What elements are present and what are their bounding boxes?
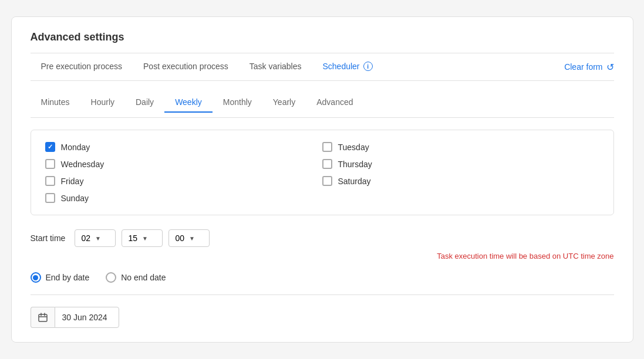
checkbox-friday[interactable]	[45, 176, 55, 186]
end-options: End by date No end date	[31, 272, 614, 283]
days-left-col: Monday Wednesday Friday Sunday	[45, 142, 322, 203]
days-right-col: Tuesday Thursday Saturday	[322, 142, 599, 203]
calendar-icon	[38, 313, 48, 322]
advanced-settings-card: Advanced settings Pre execution process …	[11, 16, 633, 343]
top-nav: Pre execution process Post execution pro…	[31, 53, 614, 81]
section-divider	[31, 294, 614, 295]
utc-notice: Task execution time will be based on UTC…	[31, 252, 614, 260]
hour-arrow-icon: ▼	[95, 235, 101, 242]
freq-tab-yearly[interactable]: Yearly	[262, 93, 306, 113]
start-time-row: Start time 02 ▼ 15 ▼ 00 ▼	[31, 229, 614, 247]
refresh-icon: ↺	[606, 62, 614, 73]
date-picker-row: 30 Jun 2024	[31, 307, 614, 328]
end-by-date-label: End by date	[46, 273, 90, 282]
checkbox-monday[interactable]	[45, 142, 55, 152]
freq-tab-advanced[interactable]: Advanced	[306, 93, 363, 113]
day-thursday[interactable]: Thursday	[322, 159, 599, 169]
label-wednesday: Wednesday	[61, 160, 104, 169]
label-tuesday: Tuesday	[338, 143, 369, 152]
end-by-date-option[interactable]: End by date	[31, 272, 90, 283]
freq-tab-monthly[interactable]: Monthly	[213, 93, 262, 113]
second-value: 00	[175, 233, 184, 243]
checkbox-sunday[interactable]	[45, 193, 55, 203]
radio-no-end-date[interactable]	[106, 272, 116, 283]
second-select[interactable]: 00 ▼	[168, 229, 210, 247]
freq-tab-daily[interactable]: Daily	[125, 93, 164, 113]
scheduler-label: Scheduler	[322, 62, 359, 71]
checkbox-wednesday[interactable]	[45, 159, 55, 169]
second-arrow-icon: ▼	[189, 235, 195, 242]
clear-form-label: Clear form	[564, 62, 602, 72]
day-tuesday[interactable]: Tuesday	[322, 142, 599, 152]
calendar-button[interactable]	[31, 307, 55, 328]
hour-select[interactable]: 02 ▼	[75, 229, 116, 247]
label-friday: Friday	[61, 177, 84, 186]
day-monday[interactable]: Monday	[45, 142, 322, 152]
checkbox-thursday[interactable]	[322, 159, 332, 169]
label-sunday: Sunday	[61, 194, 89, 203]
day-saturday[interactable]: Saturday	[322, 176, 599, 186]
no-end-date-label: No end date	[121, 273, 166, 282]
date-input[interactable]: 30 Jun 2024	[55, 307, 119, 328]
day-friday[interactable]: Friday	[45, 176, 322, 186]
clear-form-button[interactable]: Clear form ↺	[564, 57, 613, 77]
freq-tab-weekly[interactable]: Weekly	[164, 93, 213, 113]
freq-tab-minutes[interactable]: Minutes	[31, 93, 80, 113]
tab-pre-execution[interactable]: Pre execution process	[31, 53, 133, 80]
minute-value: 15	[128, 233, 137, 243]
days-panel: Monday Wednesday Friday Sunday Tuesday	[31, 130, 614, 215]
page-title: Advanced settings	[31, 31, 614, 43]
checkbox-saturday[interactable]	[322, 176, 332, 186]
tab-task-variables[interactable]: Task variables	[239, 53, 312, 80]
frequency-tabs: Minutes Hourly Daily Weekly Monthly Year…	[31, 81, 614, 118]
checkbox-tuesday[interactable]	[322, 142, 332, 152]
label-monday: Monday	[61, 143, 90, 152]
tab-post-execution[interactable]: Post execution process	[133, 53, 239, 80]
no-end-date-option[interactable]: No end date	[106, 272, 166, 283]
radio-end-by-date[interactable]	[31, 272, 41, 283]
day-wednesday[interactable]: Wednesday	[45, 159, 322, 169]
minute-select[interactable]: 15 ▼	[122, 229, 163, 247]
freq-tab-hourly[interactable]: Hourly	[80, 93, 125, 113]
label-thursday: Thursday	[338, 160, 372, 169]
tab-scheduler[interactable]: Scheduler i	[312, 53, 383, 80]
svg-rect-0	[39, 314, 47, 321]
label-saturday: Saturday	[338, 177, 371, 186]
hour-value: 02	[81, 233, 90, 243]
scheduler-info-icon: i	[363, 62, 373, 71]
minute-arrow-icon: ▼	[142, 235, 148, 242]
start-time-label: Start time	[31, 233, 66, 243]
day-sunday[interactable]: Sunday	[45, 193, 322, 203]
